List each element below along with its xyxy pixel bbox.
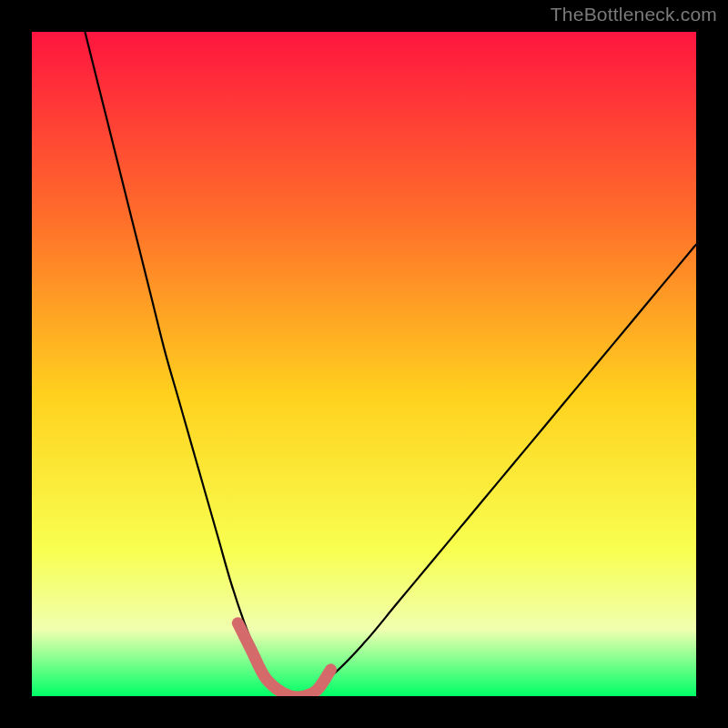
watermark-label: TheBottleneck.com [551, 4, 717, 25]
bottleneck-chart [32, 32, 696, 696]
plot-area [32, 32, 696, 696]
chart-frame: TheBottleneck.com [0, 0, 728, 728]
